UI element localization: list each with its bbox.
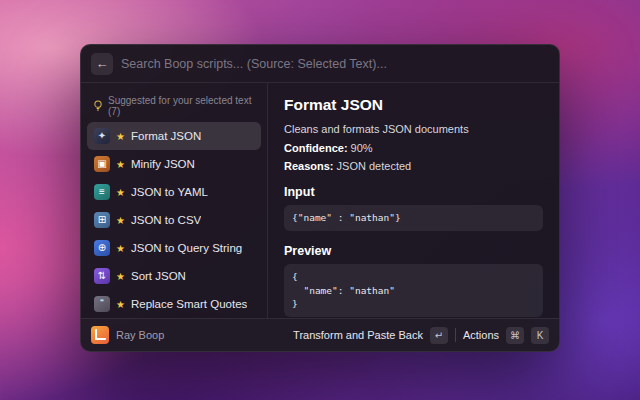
cmd-keycap[interactable]: ⌘ [506,327,524,344]
confidence-line: Confidence: 90% [284,142,543,154]
favorite-star-icon: ★ [116,243,125,254]
suggested-section-label: Suggested for your selected text (7) [108,95,255,117]
detail-description: Cleans and formats JSON documents [284,123,543,135]
reasons-label: Reasons: [284,160,334,172]
suggested-section-header: Suggested for your selected text (7) [87,89,261,122]
csv-icon: ⊞ [94,212,110,228]
list-item-minify-json[interactable]: ▣ ★ Minify JSON [87,150,261,178]
lightbulb-icon [93,100,103,112]
ray-boop-icon [91,326,109,344]
list-item-label: Sort JSON [131,270,186,282]
list-item-label: JSON to Query String [131,242,242,254]
app-name: Ray Boop [116,329,164,341]
list-item-replace-smart-quotes[interactable]: “ ★ Replace Smart Quotes [87,290,261,318]
sort-icon: ⇅ [94,268,110,284]
globe-icon: ⊕ [94,240,110,256]
footer-divider [455,328,456,342]
list-item-label: Replace Smart Quotes [131,298,247,310]
detail-panel: Format JSON Cleans and formats JSON docu… [267,83,559,318]
yaml-icon: ≡ [94,184,110,200]
enter-keycap[interactable]: ↵ [430,327,448,344]
package-icon: ▣ [94,156,110,172]
list-item-json-to-csv[interactable]: ⊞ ★ JSON to CSV [87,206,261,234]
favorite-star-icon: ★ [116,131,125,142]
search-input[interactable] [121,57,549,71]
confidence-value: 90% [348,142,373,154]
footer-actions: Transform and Paste Back ↵ Actions ⌘ K [293,327,549,344]
input-code-box: {"name" : "nathan"} [284,205,543,231]
action-bar: Ray Boop Transform and Paste Back ↵ Acti… [81,318,559,351]
preview-code-box: { "name": "nathan" } [284,264,543,317]
footer-app: Ray Boop [91,326,164,344]
list-item-json-to-query-string[interactable]: ⊕ ★ JSON to Query String [87,234,261,262]
favorite-star-icon: ★ [116,299,125,310]
list-item-label: Format JSON [131,130,201,142]
sparkles-icon: ✦ [94,128,110,144]
favorite-star-icon: ★ [116,159,125,170]
favorite-star-icon: ★ [116,215,125,226]
back-button[interactable]: ← [91,53,113,75]
favorite-star-icon: ★ [116,187,125,198]
reasons-line: Reasons: JSON detected [284,160,543,172]
launcher-window: ← Suggested for your selected text (7) ✦… [80,44,560,352]
input-section-title: Input [284,185,543,199]
search-bar: ← [81,45,559,83]
list-item-sort-json[interactable]: ⇅ ★ Sort JSON [87,262,261,290]
confidence-label: Confidence: [284,142,348,154]
k-keycap[interactable]: K [531,327,549,344]
list-item-json-to-yaml[interactable]: ≡ ★ JSON to YAML [87,178,261,206]
transform-paste-back-button[interactable]: Transform and Paste Back [293,329,423,341]
list-item-format-json[interactable]: ✦ ★ Format JSON [87,122,261,150]
detail-title: Format JSON [284,96,543,114]
scripts-list: Suggested for your selected text (7) ✦ ★… [81,83,267,318]
list-item-label: JSON to CSV [131,214,201,226]
content-area: Suggested for your selected text (7) ✦ ★… [81,83,559,318]
favorite-star-icon: ★ [116,271,125,282]
list-item-label: JSON to YAML [131,186,208,198]
reasons-value: JSON detected [334,160,412,172]
actions-button[interactable]: Actions [463,329,499,341]
speech-bubble-icon: “ [94,296,110,312]
preview-section-title: Preview [284,244,543,258]
list-item-label: Minify JSON [131,158,195,170]
